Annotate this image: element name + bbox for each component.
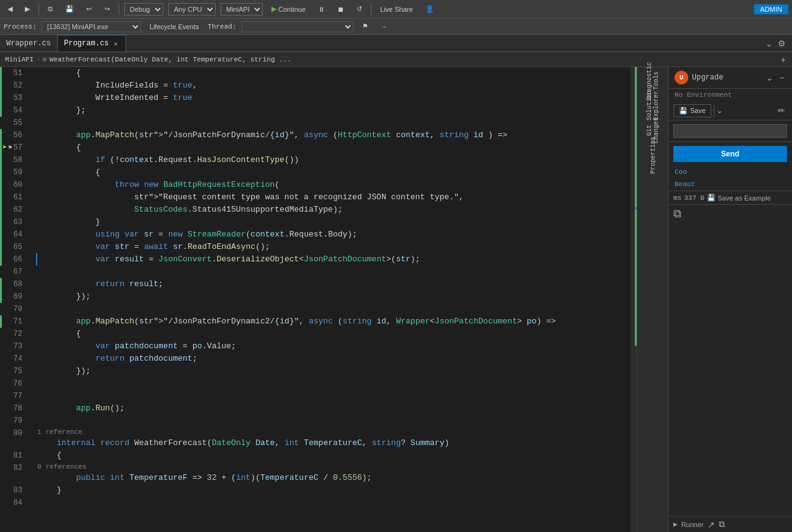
right-sidebar: Diagnostic Tools Solution Explorer Git C… [637, 67, 668, 532]
breadcrumb-sep: › [36, 56, 40, 63]
code-row-52: IncludeFields = true, [37, 79, 630, 92]
code-content[interactable]: { IncludeFields = true, WriteIndented = … [32, 67, 630, 532]
step-btn[interactable]: → [377, 22, 391, 32]
indicator-63 [0, 216, 2, 228]
code-row-74: return patchdocument; [37, 353, 630, 365]
api-status-size: 337 B [684, 194, 704, 202]
api-logo-text: U [680, 74, 683, 81]
process-dropdown[interactable]: [13632] MiniAPI.exe [42, 21, 141, 32]
tab-program[interactable]: Program.cs ✕ [58, 35, 126, 52]
indicator-54 [0, 104, 2, 117]
separator-1 [39, 4, 39, 15]
line-num-77: 77 [0, 390, 27, 402]
code-row-84 [37, 497, 630, 509]
api-edit-btn[interactable]: ✏ [776, 104, 787, 117]
stop-btn[interactable]: ⏹ [334, 4, 348, 14]
sidebar-properties[interactable]: Properties [640, 144, 665, 166]
line-num-69: 69 [0, 291, 27, 303]
indicator-52 [0, 79, 2, 92]
tab-wrapper[interactable]: Wrapper.cs [0, 35, 58, 52]
line-numbers: 515253545556➤⚑57585960616263646566676869… [0, 67, 32, 532]
api-runner-row: ▶ Runner ↗ ⧉ [668, 516, 792, 532]
cpu-dropdown[interactable]: Any CPU [168, 3, 216, 16]
thread-dropdown[interactable] [242, 21, 353, 32]
line-num-60: 60 [0, 179, 27, 191]
indicator-61 [0, 191, 2, 204]
line-num-81: 81 [0, 449, 27, 462]
api-beautify-link[interactable]: Beaut [668, 178, 792, 191]
ref-info-82: 0 references [37, 462, 630, 472]
api-copy-btn[interactable]: ⧉ [673, 207, 681, 220]
code-row-55 [37, 117, 630, 129]
code-row-62: StatusCodes.Status415UnsupportedMediaTyp… [37, 204, 630, 216]
api-copy-link-btn[interactable]: ⧉ [719, 519, 725, 530]
back-btn[interactable]: ◀ [4, 4, 16, 14]
api-send-btn[interactable]: Send [673, 146, 787, 162]
line-num-57: ➤⚑57 [0, 142, 27, 154]
save-btn[interactable]: 💾 [61, 4, 78, 14]
arrow-indicator-57: ➤ [2, 142, 7, 154]
continue-btn[interactable]: ▶ Continue [268, 4, 309, 14]
pause-btn[interactable]: ⏸ [314, 4, 329, 14]
tab-wrapper-label: Wrapper.cs [6, 39, 51, 48]
bookmark-57[interactable]: ⚑ [8, 142, 12, 154]
copy-btn[interactable]: ⧉ [44, 4, 57, 14]
api-upgrade-dropdown[interactable]: ⌄ [765, 71, 775, 84]
breadcrumb-method[interactable]: WeatherForecast(DateOnly Date, int Tempe… [49, 56, 291, 63]
live-share-btn[interactable]: Live Share [376, 4, 417, 14]
api-url-input[interactable] [673, 124, 787, 138]
line-num-80: 80 [0, 427, 27, 440]
api-save-btn[interactable]: 💾 Save [673, 104, 711, 117]
api-save-example-btn[interactable]: 💾 Save as Example [707, 194, 771, 202]
api-cool-link[interactable]: Coo [668, 166, 792, 178]
code-row-79 [37, 415, 630, 427]
profile-btn[interactable]: 👤 [422, 4, 438, 14]
indicator-71 [0, 315, 2, 328]
tab-settings-btn[interactable]: ⚙ [776, 37, 787, 50]
tab-program-close[interactable]: ✕ [112, 40, 119, 48]
code-row-68: return result; [37, 278, 630, 291]
thread-flag-btn[interactable]: ⚑ [358, 21, 372, 32]
api-runner-btn[interactable]: Runner [681, 521, 704, 528]
code-row-54: }; [37, 104, 630, 117]
redo-btn[interactable]: ↪ [101, 4, 114, 14]
save-icon: 💾 [679, 107, 688, 115]
debug-dropdown[interactable]: Debug [124, 3, 163, 16]
code-row-69: }); [37, 291, 630, 303]
api-status-ms: ms [673, 194, 681, 202]
process-bar: Process: [13632] MiniAPI.exe Lifecycle E… [0, 19, 792, 35]
line-num-82: 82 [0, 462, 27, 474]
api-export-btn[interactable]: ↗ [708, 520, 715, 530]
editor-scrollbar[interactable] [630, 67, 637, 532]
indicator-51 [0, 67, 2, 79]
undo-btn[interactable]: ↩ [83, 4, 96, 14]
api-status-row: ms 337 B 💾 Save as Example [668, 191, 792, 204]
line-num-83: 83 [0, 484, 27, 497]
breadcrumb-add-btn[interactable]: + [780, 53, 787, 66]
ref-num-82 [0, 474, 27, 484]
forward-btn[interactable]: ▶ [21, 4, 34, 14]
breadcrumb-project[interactable]: MiniAPI [5, 56, 34, 63]
indicator-58 [0, 154, 2, 166]
api-minimize-btn[interactable]: − [778, 71, 786, 84]
line-num-70: 70 [0, 303, 27, 315]
indicator-53 [0, 92, 2, 104]
admin-btn[interactable]: ADMIN [754, 4, 788, 14]
line-num-72: 72 [0, 328, 27, 340]
separator-2 [119, 4, 119, 15]
code-row-66: var result = JsonConvert.DeserializeObje… [36, 253, 630, 266]
code-row-67 [37, 266, 630, 278]
lifecycle-btn[interactable]: Lifecycle Events [146, 22, 203, 32]
code-row-58: if (!context.Request.HasJsonContentType(… [37, 154, 630, 166]
tab-dropdown-btn[interactable]: ⌄ [764, 37, 774, 50]
line-num-68: 68 [0, 278, 27, 291]
tab-actions: ⌄ ⚙ [762, 35, 790, 52]
restart-btn[interactable]: ↺ [353, 4, 366, 14]
tab-program-label: Program.cs [64, 39, 109, 48]
line-num-62: 62 [0, 204, 27, 216]
sidebar-diagnostic[interactable]: Diagnostic Tools [640, 70, 665, 92]
indicator-57 [0, 142, 2, 154]
api-save-dropdown[interactable]: ⌄ [714, 105, 725, 117]
api-dropdown[interactable]: MiniAPI [221, 3, 263, 16]
sidebar-solution[interactable]: Solution Explorer [640, 94, 665, 117]
